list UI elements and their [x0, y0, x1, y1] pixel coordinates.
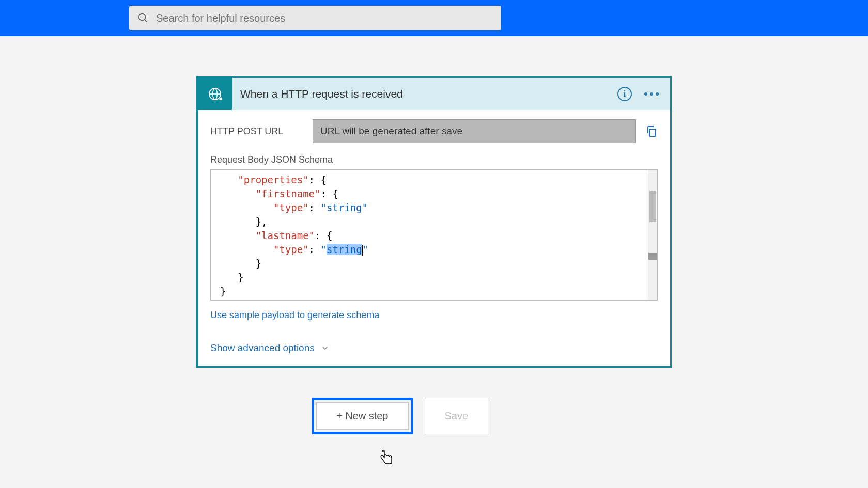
- cursor-pointer-icon: [380, 449, 394, 466]
- url-label: HTTP POST URL: [210, 126, 303, 137]
- schema-code[interactable]: "properties": { "firstname": { "type": "…: [211, 170, 648, 300]
- new-step-button[interactable]: + New step: [316, 402, 409, 430]
- trigger-title: When a HTTP request is received: [240, 88, 617, 100]
- scrollbar-thumb[interactable]: [649, 191, 656, 222]
- scrollbar-thumb-lower[interactable]: [648, 253, 657, 260]
- search-input[interactable]: [156, 12, 493, 24]
- svg-point-0: [139, 14, 146, 21]
- svg-line-1: [145, 20, 147, 22]
- url-value-box: URL will be generated after save: [313, 119, 636, 143]
- schema-editor[interactable]: "properties": { "firstname": { "type": "…: [210, 169, 658, 301]
- new-step-highlight: + New step: [312, 398, 413, 434]
- chevron-down-icon: [321, 344, 329, 352]
- trigger-card: When a HTTP request is received i HTTP P…: [196, 76, 672, 368]
- sample-payload-link[interactable]: Use sample payload to generate schema: [210, 310, 379, 321]
- action-buttons: + New step Save: [162, 398, 638, 434]
- schema-label: Request Body JSON Schema: [210, 154, 658, 165]
- copy-icon[interactable]: [645, 125, 658, 137]
- advanced-options-toggle[interactable]: Show advanced options: [210, 342, 658, 354]
- trigger-header[interactable]: When a HTTP request is received i: [198, 78, 670, 110]
- http-trigger-icon: [198, 78, 232, 110]
- search-box[interactable]: [129, 6, 501, 30]
- top-bar: [0, 0, 868, 36]
- scrollbar[interactable]: [648, 170, 657, 300]
- more-menu-icon[interactable]: [644, 92, 659, 96]
- designer-canvas: When a HTTP request is received i HTTP P…: [0, 36, 868, 434]
- save-button[interactable]: Save: [425, 398, 489, 434]
- svg-rect-5: [649, 129, 656, 136]
- search-icon: [137, 12, 149, 24]
- info-icon[interactable]: i: [617, 87, 632, 101]
